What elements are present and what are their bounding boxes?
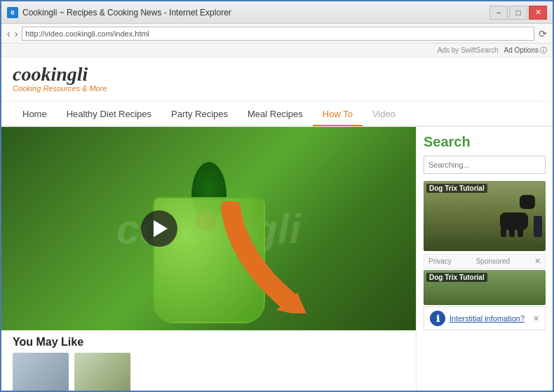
ad-video[interactable]: Dog Trix Tutorial xyxy=(424,181,546,251)
nav-item-video[interactable]: Video xyxy=(363,103,405,126)
window-controls: − □ ✕ xyxy=(489,6,547,20)
ad-options-button[interactable]: Ad Options ⓘ xyxy=(504,46,547,55)
nav-item-healthy[interactable]: Healthy Diet Recipes xyxy=(57,103,161,126)
search-input[interactable] xyxy=(424,156,546,174)
ads-bar: Ads by SwiftSearch Ad Options ⓘ xyxy=(1,43,553,58)
site-logo[interactable]: cookingli Cooking Resources & More xyxy=(13,65,107,93)
interstitial-close-button[interactable]: ✕ xyxy=(533,314,539,323)
info-icon: ℹ xyxy=(430,311,445,326)
site-nav: Home Healthy Diet Recipes Party Recipes … xyxy=(1,102,553,127)
logo-text: cookingli xyxy=(13,65,107,84)
forward-icon[interactable]: › xyxy=(15,28,18,39)
ie-icon: e xyxy=(7,7,18,18)
window-title: Cookingli ~ Recipes & Cooking News - Int… xyxy=(22,8,231,18)
titlebar: e Cookingli ~ Recipes & Cooking News - I… xyxy=(1,1,553,24)
thumbnail-item-1[interactable] xyxy=(13,353,69,391)
nav-item-meal[interactable]: Meal Recipes xyxy=(238,103,313,126)
nav-item-party[interactable]: Party Recipes xyxy=(161,103,238,126)
sponsored-bar: Privacy Sponsored ✕ xyxy=(424,254,546,269)
minimize-button[interactable]: − xyxy=(489,6,508,20)
address-input[interactable] xyxy=(22,27,534,41)
main-layout: cookingli xyxy=(1,127,553,392)
play-button[interactable] xyxy=(141,210,177,247)
thumbnail-row xyxy=(13,353,405,391)
thumbnail-item-2[interactable] xyxy=(74,353,130,391)
close-button[interactable]: ✕ xyxy=(529,6,547,20)
dog-figure xyxy=(496,191,535,237)
sponsored-close-button[interactable]: ✕ xyxy=(534,257,541,266)
site-header: cookingli Cooking Resources & More xyxy=(1,58,553,102)
video-thumbnail: cookingli xyxy=(1,127,416,330)
maximize-button[interactable]: □ xyxy=(509,6,527,20)
ad-video-label: Dog Trix Tutorial xyxy=(426,184,487,193)
back-icon[interactable]: ‹ xyxy=(7,28,11,39)
refresh-icon[interactable]: ⟳ xyxy=(539,28,547,39)
ad-options-label: Ad Options xyxy=(504,46,539,54)
ad-video-2-label: Dog Trix Tutorial xyxy=(426,273,487,282)
search-title: Search xyxy=(424,134,546,150)
content-area: cookingli xyxy=(1,127,416,392)
titlebar-left: e Cookingli ~ Recipes & Cooking News - I… xyxy=(7,7,231,18)
interstitial-bar: ℹ Interstitial infomation? ✕ xyxy=(424,306,546,330)
sidebar: Search Dog Trix Tutorial xyxy=(416,127,553,392)
ad-options-info-icon: ⓘ xyxy=(540,46,547,55)
ads-by-label: Ads by SwiftSearch xyxy=(438,46,499,54)
sponsored-label: Sponsored xyxy=(476,257,510,265)
orange-arrow xyxy=(217,201,315,316)
logo-tagline: Cooking Resources & More xyxy=(13,84,107,93)
interstitial-link[interactable]: Interstitial infomation? xyxy=(450,314,525,323)
ad-video-2[interactable]: Dog Trix Tutorial xyxy=(424,270,546,305)
nav-item-home[interactable]: Home xyxy=(13,103,57,126)
address-bar: ‹ › ⟳ xyxy=(1,24,553,43)
privacy-link[interactable]: Privacy xyxy=(428,257,452,265)
nav-item-howto[interactable]: How To xyxy=(313,103,363,126)
browser-content: cookingli Cooking Resources & More Home … xyxy=(1,58,553,392)
play-triangle-icon xyxy=(154,220,168,237)
you-may-like-section: You May Like xyxy=(1,330,416,392)
you-may-like-title: You May Like xyxy=(13,336,405,349)
